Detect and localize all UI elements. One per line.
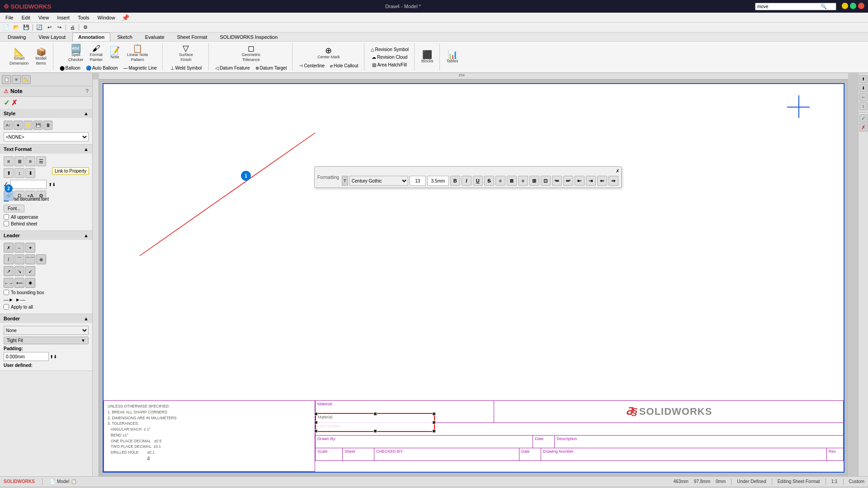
leader-s2[interactable]: ⌒ <box>14 254 24 264</box>
align-left-btn[interactable]: ≡ <box>4 156 14 166</box>
leader-left-icon[interactable]: ← <box>14 243 24 253</box>
note-btn[interactable]: 📝 Note <box>107 45 123 61</box>
text-format-header[interactable]: Text Format ▲ <box>0 145 92 154</box>
linear-note-pattern-btn[interactable]: 📋 Linear NotePattern <box>125 43 151 64</box>
tab-drawing[interactable]: Drawing <box>2 33 32 41</box>
panel-icon-2[interactable]: ≡ <box>12 75 21 84</box>
new-button[interactable]: 📄 <box>2 23 11 32</box>
leader-star-icon[interactable]: ✦ <box>25 243 35 253</box>
center-mark-btn[interactable]: ⊕ Center Mark <box>315 45 342 61</box>
behind-sheet-checkbox[interactable] <box>4 221 9 226</box>
leader-s8[interactable]: ←→ <box>4 278 14 288</box>
selected-cell[interactable]: Material: <box>315 413 435 432</box>
format-painter-btn[interactable]: 🖌 FormatPainter <box>87 43 105 64</box>
padding-value-input[interactable] <box>4 352 49 361</box>
align-center-btn[interactable]: ≣ <box>14 156 24 166</box>
close-button[interactable] <box>858 3 864 9</box>
handle-bm[interactable] <box>373 429 377 433</box>
leader-s1[interactable]: / <box>4 254 14 264</box>
font-size-mm-input[interactable] <box>427 176 449 186</box>
valign-bottom-btn[interactable]: ⬇ <box>25 168 35 178</box>
help-icon[interactable]: ? <box>85 88 89 94</box>
datum-feature-btn[interactable]: ◁ Datum Feature <box>213 65 252 71</box>
auto-balloon-btn[interactable]: 🔵 Auto Balloon <box>84 65 120 71</box>
style-icon-a[interactable]: A↑ <box>4 121 13 130</box>
fmt-align-center[interactable]: ≣ <box>507 176 517 186</box>
style-icon-d[interactable]: 💾 <box>33 121 42 130</box>
spell-checker-btn[interactable]: 🔤 SpellChecker <box>66 43 86 64</box>
bold-btn[interactable]: B <box>450 176 460 186</box>
align-right-btn[interactable]: ≡ <box>25 156 35 166</box>
leader-s4[interactable]: ⊕ <box>36 254 46 264</box>
font-size-input[interactable] <box>410 176 426 186</box>
underline-btn[interactable]: U <box>473 176 483 186</box>
menu-tools[interactable]: Tools <box>74 14 93 21</box>
search-input[interactable] <box>757 4 821 9</box>
ok-button[interactable]: ✓ <box>4 99 9 107</box>
leader-s10[interactable]: ✱ <box>25 278 35 288</box>
handle-lm[interactable] <box>314 421 318 424</box>
handle-tm[interactable] <box>373 412 377 416</box>
leader-s3[interactable]: ⌒⌒ <box>25 254 35 264</box>
tab-evaluate[interactable]: Evaluate <box>139 33 170 41</box>
centerline-btn[interactable]: ⊣ Centerline <box>297 63 326 69</box>
border-style-dropdown[interactable]: None <box>4 326 89 335</box>
fmt-col-right[interactable]: ⇒ <box>609 176 618 186</box>
style-icon-b[interactable]: ★ <box>14 121 23 130</box>
model-tab-status[interactable]: 📄 Model 📋 <box>50 479 76 484</box>
revision-symbol-btn[interactable]: △ Revision Symbol <box>369 47 410 52</box>
menu-window[interactable]: Window <box>94 14 119 21</box>
fmt-col-left[interactable]: ⇐ <box>597 176 607 186</box>
font-dropdown[interactable]: Century Gothic <box>349 176 408 186</box>
leader-header[interactable]: Leader ▲ <box>0 231 92 240</box>
weld-symbol-btn[interactable]: ⊥ Weld Symbol <box>169 65 204 71</box>
fmt-align-right[interactable]: ≡ <box>518 176 528 186</box>
menu-view[interactable]: View <box>35 14 53 21</box>
geometric-tolerance-btn[interactable]: ◻ Geometric Tolerance <box>237 43 264 64</box>
options-button[interactable]: ⚙ <box>81 23 90 32</box>
strikethrough-btn[interactable]: S <box>484 176 494 186</box>
menu-edit[interactable]: Edit <box>18 14 34 21</box>
rt-btn-3[interactable]: ↔ <box>859 93 868 101</box>
tab-annotation[interactable]: Annotation <box>72 33 110 41</box>
print-button[interactable]: 🖨 <box>68 23 77 32</box>
search-box[interactable]: 🔍 <box>755 3 836 10</box>
fmt-grid-btn[interactable]: ⊡ <box>541 176 551 186</box>
hole-callout-btn[interactable]: ⌀ Hole Callout <box>328 63 360 69</box>
to-bounding-box-checkbox[interactable] <box>4 290 9 295</box>
tab-inspection[interactable]: SOLIDWORKS Inspection <box>214 33 283 41</box>
apply-to-all-checkbox[interactable] <box>4 304 9 310</box>
open-button[interactable]: 📂 <box>12 23 21 32</box>
tight-fit-btn[interactable]: Tight Fit ▼ <box>4 337 89 344</box>
blocks-btn[interactable]: ⬛ Blocks <box>419 49 436 65</box>
align-justify-btn[interactable]: ☰ <box>36 156 46 166</box>
undo-button[interactable]: ↩ <box>45 23 54 32</box>
style-header[interactable]: Style ▲ <box>0 109 92 118</box>
italic-btn[interactable]: I <box>462 176 472 186</box>
datum-target-btn[interactable]: ⊕ Datum Target <box>254 65 289 71</box>
area-hatch-btn[interactable]: ▨ Area Hatch/Fill <box>370 62 409 68</box>
handle-tr[interactable] <box>432 412 436 416</box>
leader-s6[interactable]: ↘ <box>14 266 24 276</box>
tab-view-layout[interactable]: View Layout <box>33 33 71 41</box>
border-header[interactable]: Border ▲ <box>0 314 92 323</box>
revision-cloud-btn[interactable]: ☁ Revision Cloud <box>370 54 409 60</box>
menu-insert[interactable]: Insert <box>53 14 73 21</box>
fmt-bullet-btn[interactable]: ≔ <box>552 176 562 186</box>
valign-mid-btn[interactable]: ↕ <box>14 168 24 178</box>
tab-sheet-format[interactable]: Sheet Format <box>171 33 213 41</box>
fmt-indent-less[interactable]: ⇤ <box>575 176 585 186</box>
cancel-button[interactable]: ✗ <box>11 99 17 107</box>
fmt-table-btn[interactable]: ⊞ <box>529 176 539 186</box>
fmt-indent-more[interactable]: ⇥ <box>586 176 596 186</box>
formatting-close-btn[interactable]: ✗ <box>616 169 619 174</box>
tables-btn[interactable]: 📊 Tables <box>444 49 461 65</box>
rt-btn-1[interactable]: ⬆ <box>859 75 868 83</box>
leader-s5[interactable]: ↗ <box>4 266 14 276</box>
panel-icon-3[interactable]: 📐 <box>22 75 31 84</box>
leader-no-icon[interactable]: ✗ <box>4 243 14 253</box>
smart-dimension-btn[interactable]: 📐 SmartDimension <box>7 47 31 67</box>
save-button[interactable]: 💾 <box>22 23 31 32</box>
surface-finish-btn[interactable]: ▽ Surface Finish <box>172 43 199 64</box>
canvas-area[interactable]: 254 1 UNLESS OTHERWISE SPECIFIED: 1. <box>93 73 858 476</box>
